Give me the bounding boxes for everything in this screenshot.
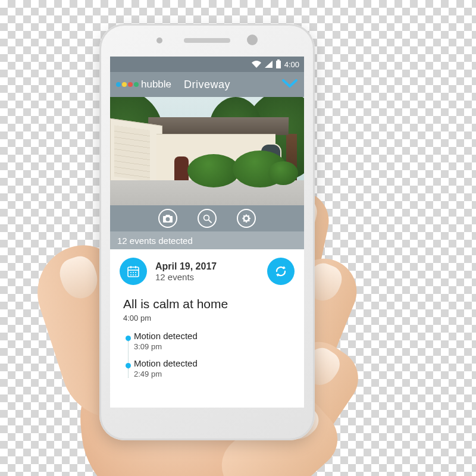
search-icon xyxy=(203,214,212,223)
camera-live-preview[interactable] xyxy=(110,97,304,205)
phone-front-camera xyxy=(247,35,258,45)
brand-logo-icon xyxy=(116,82,139,87)
svg-point-6 xyxy=(130,272,131,273)
event-title: Motion detected xyxy=(134,331,198,341)
events-banner-text: 12 events detected xyxy=(117,236,193,246)
preview-controls xyxy=(110,205,304,231)
battery-icon xyxy=(276,61,281,68)
events-feed: All is calm at home 4:00 pm Motion detec… xyxy=(110,293,304,386)
brand-name: hubble xyxy=(141,79,171,90)
event-title: Motion detected xyxy=(134,358,198,368)
event-time: 3:09 pm xyxy=(134,342,198,351)
app-header: hubble Driveway xyxy=(110,72,304,97)
settings-button[interactable] xyxy=(237,209,256,228)
phone-sensor xyxy=(156,37,162,43)
svg-point-8 xyxy=(135,272,136,273)
camera-icon xyxy=(163,215,173,223)
zoom-button[interactable] xyxy=(198,209,217,228)
camera-selector-title[interactable]: Driveway xyxy=(184,79,230,91)
svg-line-1 xyxy=(209,220,211,223)
wifi-icon xyxy=(252,61,261,68)
calendar-button[interactable] xyxy=(120,258,147,285)
date-label: April 19, 2017 xyxy=(155,261,259,272)
refresh-button[interactable] xyxy=(267,258,295,285)
event-item[interactable]: Motion detected 2:49 pm xyxy=(123,358,291,378)
snapshot-button[interactable] xyxy=(158,209,177,228)
calendar-icon xyxy=(127,265,140,278)
phone-device: 4:00 hubble Driveway xyxy=(99,24,315,440)
phone-earpiece xyxy=(184,38,230,43)
phone-screen: 4:00 hubble Driveway xyxy=(110,57,304,408)
svg-point-10 xyxy=(133,274,134,275)
status-bar: 4:00 xyxy=(110,57,304,72)
feed-headline-time: 4:00 pm xyxy=(123,314,291,322)
cell-signal-icon xyxy=(265,61,273,68)
svg-point-11 xyxy=(135,274,136,275)
chevron-down-icon[interactable] xyxy=(281,79,298,91)
event-time: 2:49 pm xyxy=(134,369,198,378)
svg-point-0 xyxy=(203,215,209,220)
date-summary: April 19, 2017 12 events xyxy=(155,261,259,282)
events-count: 12 events xyxy=(155,272,259,282)
feed-headline: All is calm at home xyxy=(123,297,291,311)
svg-point-7 xyxy=(133,272,134,273)
events-banner: 12 events detected xyxy=(110,231,304,249)
status-time: 4:00 xyxy=(284,60,299,69)
gear-icon xyxy=(242,214,251,223)
svg-point-9 xyxy=(130,274,131,275)
refresh-icon xyxy=(274,265,287,278)
event-item[interactable]: Motion detected 3:09 pm xyxy=(123,331,291,351)
date-row: April 19, 2017 12 events xyxy=(110,249,304,293)
